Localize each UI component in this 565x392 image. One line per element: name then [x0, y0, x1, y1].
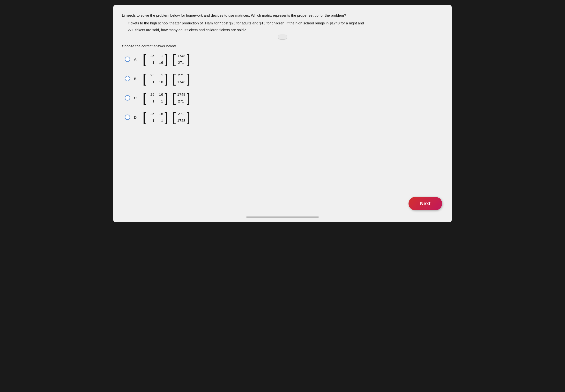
option-row-c: C. [ 25 16 1 1 ] [ — [125, 91, 443, 105]
bracket-right-a2: ] — [187, 53, 190, 66]
cell-a-r1c2: 1 — [155, 53, 164, 59]
choose-label: Choose the correct answer below. — [122, 44, 443, 48]
question-sub1: Tickets to the high school theater produ… — [128, 20, 443, 26]
cell-c-r2c2: 1 — [155, 98, 164, 105]
question-intro: Li needs to solve the problem below for … — [122, 13, 443, 18]
question-sub2: 271 tickets are sold, how many adult tic… — [128, 27, 443, 33]
next-button[interactable]: Next — [408, 197, 442, 210]
cell-d-r1c2: 16 — [155, 111, 164, 117]
cell-a-r2c1: 1 — [146, 59, 155, 66]
cell-b-r2c3: 1748 — [176, 79, 186, 85]
bracket-right-c2: ] — [187, 92, 190, 104]
bracket-right-b2: ] — [187, 72, 190, 85]
bracket-left-c2: [ — [172, 92, 176, 104]
bracket-left-d1: [ — [143, 111, 146, 124]
cell-a-r2c3: 271 — [176, 59, 185, 66]
matrix-body-left-b: 25 1 1 16 — [146, 72, 164, 85]
option-row-a: A. [ 25 1 1 16 ] [ — [125, 53, 443, 66]
options-list: A. [ 25 1 1 16 ] [ — [125, 53, 443, 124]
option-row-d: D. [ 25 16 1 1 ] [ — [125, 111, 443, 124]
cell-d-r1c3: 271 — [176, 111, 185, 117]
cell-b-r1c2: 1 — [155, 72, 164, 79]
main-card: Li needs to solve the problem below for … — [113, 5, 452, 222]
bracket-left-a1: [ — [143, 53, 146, 66]
bracket-left-c1: [ — [143, 92, 146, 104]
radio-b[interactable] — [125, 76, 130, 81]
matrix-b: [ 25 1 1 16 ] [ — [143, 72, 190, 85]
cell-d-r2c1: 1 — [146, 117, 155, 124]
matrix-body-right-c: 1748 271 — [176, 91, 186, 105]
option-row-b: B. [ 25 1 1 16 ] [ — [125, 72, 443, 85]
cell-a-r2c2: 16 — [155, 59, 164, 66]
bracket-left-a2: [ — [172, 53, 176, 66]
bracket-left-b2: [ — [172, 72, 176, 85]
expand-btn-area: ... — [122, 37, 443, 40]
matrix-body-right-d: 271 1748 — [176, 111, 186, 124]
matrix-c: [ 25 16 1 1 ] [ — [143, 91, 190, 105]
matrix-body-left-d: 25 16 1 1 — [146, 111, 164, 124]
cell-c-r1c2: 16 — [155, 91, 164, 98]
cell-c-r1c3: 1748 — [176, 91, 186, 98]
cell-b-r1c3: 271 — [176, 72, 185, 79]
option-label-c: C. — [134, 96, 139, 100]
bracket-right-d2: ] — [187, 111, 190, 124]
matrix-d: [ 25 16 1 1 ] [ — [143, 111, 190, 124]
cell-a-r1c1: 25 — [146, 53, 155, 59]
cell-c-r1c1: 25 — [146, 91, 155, 98]
bracket-right-a1: ] — [164, 53, 168, 66]
matrix-body-left-c: 25 16 1 1 — [146, 91, 164, 105]
bracket-right-b1: ] — [164, 72, 168, 85]
cell-c-r2c3: 271 — [176, 98, 185, 105]
bracket-right-d1: ] — [164, 111, 168, 124]
matrix-body-right-b: 271 1748 — [176, 72, 186, 85]
cell-d-r2c2: 1 — [155, 117, 164, 124]
matrix-a: [ 25 1 1 16 ] [ — [143, 53, 190, 66]
matrix-body-left-a: 25 1 1 16 — [146, 53, 164, 66]
radio-a[interactable] — [125, 56, 130, 62]
matrix-body-right-a: 1748 271 — [176, 53, 186, 66]
cell-d-r2c3: 1748 — [176, 117, 186, 124]
option-label-d: D. — [134, 115, 139, 119]
radio-d[interactable] — [125, 114, 130, 120]
bracket-left-b1: [ — [143, 72, 146, 85]
option-label-a: A. — [134, 57, 139, 61]
expand-button[interactable]: ... — [278, 35, 287, 40]
cell-d-r1c1: 25 — [146, 111, 155, 117]
cell-b-r2c2: 16 — [155, 79, 164, 85]
bottom-scrollbar[interactable] — [246, 217, 319, 218]
cell-a-r1c3: 1748 — [176, 53, 186, 59]
cell-b-r1c1: 25 — [146, 72, 155, 79]
bracket-right-c1: ] — [164, 92, 168, 104]
radio-c[interactable] — [125, 95, 130, 100]
cell-c-r2c1: 1 — [146, 98, 155, 105]
bracket-left-d2: [ — [172, 111, 176, 124]
cell-b-r2c1: 1 — [146, 79, 155, 85]
option-label-b: B. — [134, 77, 139, 81]
